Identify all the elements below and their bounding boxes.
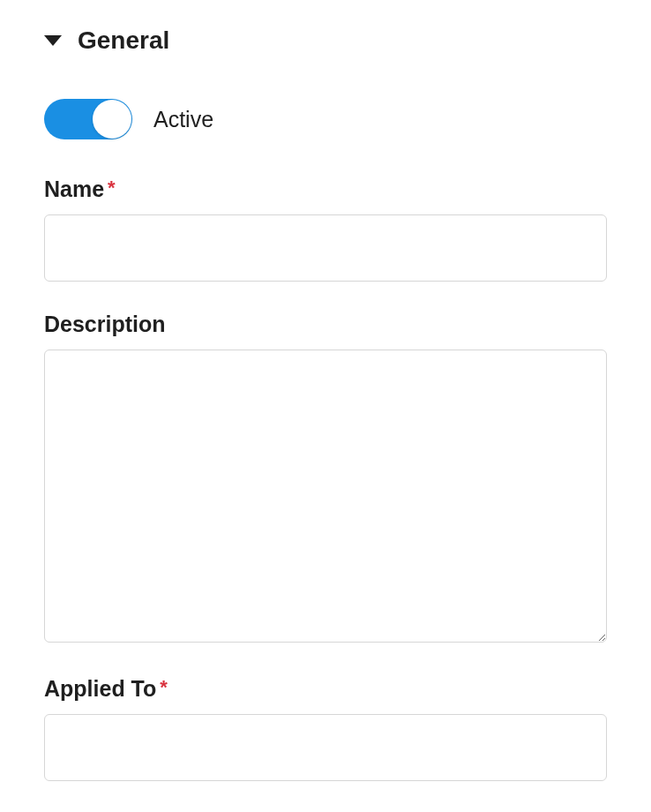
active-toggle[interactable] — [44, 99, 132, 139]
required-marker: * — [160, 676, 168, 698]
applied-to-label: Applied To* — [44, 676, 607, 702]
name-input[interactable] — [44, 214, 607, 282]
description-textarea[interactable] — [44, 350, 607, 643]
name-label-text: Name — [44, 177, 104, 201]
name-label: Name* — [44, 177, 607, 202]
required-marker: * — [108, 177, 116, 199]
applied-to-label-text: Applied To — [44, 676, 156, 701]
toggle-knob — [93, 100, 131, 139]
section-header-general[interactable]: General — [44, 26, 607, 55]
section-title: General — [78, 26, 169, 55]
active-toggle-label: Active — [153, 107, 213, 132]
applied-to-input[interactable] — [44, 714, 607, 781]
caret-down-icon — [44, 35, 62, 46]
description-label: Description — [44, 312, 607, 337]
